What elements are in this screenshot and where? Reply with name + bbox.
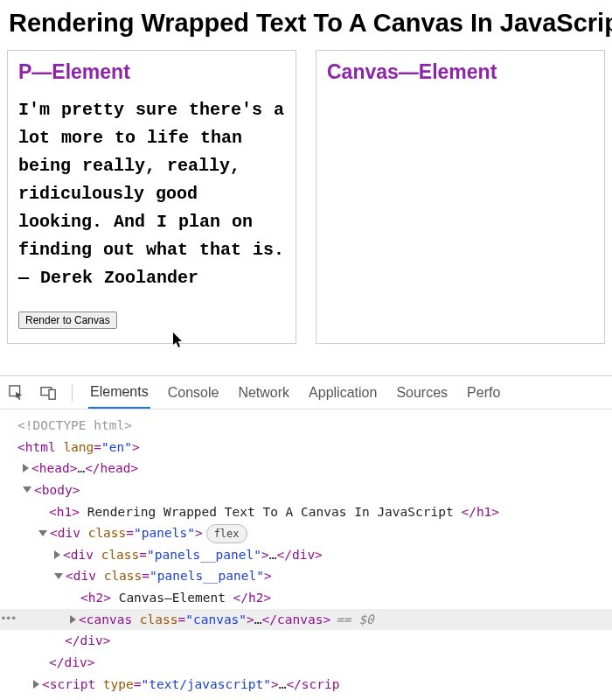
inspect-icon[interactable]	[9, 385, 24, 401]
expand-icon[interactable]	[23, 464, 29, 472]
tab-elements[interactable]: Elements	[88, 377, 150, 409]
dom-head[interactable]: <head>…</head>	[0, 458, 612, 480]
dom-script[interactable]: <script type="text/javascript">…</scrip	[0, 674, 612, 696]
tab-performance[interactable]: Perfo	[465, 378, 502, 408]
expand-icon[interactable]	[70, 615, 76, 624]
dom-panels-div[interactable]: <div class="panels">flex	[0, 522, 612, 544]
dom-panel-2-open[interactable]: <div class="panels__panel">	[0, 565, 612, 587]
collapse-icon[interactable]	[23, 486, 31, 493]
render-to-canvas-button[interactable]: Render to Canvas	[18, 312, 117, 329]
page-title: Rendering Wrapped Text To A Canvas In Ja…	[9, 9, 612, 38]
dom-tree[interactable]: <!DOCTYPE html> <html lang="en"> <head>……	[0, 410, 612, 695]
toolbar-separator	[72, 384, 73, 402]
tab-console[interactable]: Console	[166, 378, 221, 408]
expand-icon[interactable]	[54, 550, 60, 559]
dom-panels-close[interactable]: </div>	[0, 652, 612, 674]
devtools-toolbar: Elements Console Network Application Sou…	[0, 376, 612, 410]
collapse-icon[interactable]	[54, 573, 63, 579]
flex-badge[interactable]: flex	[206, 524, 247, 543]
dom-panel-2-close[interactable]: </div>	[0, 630, 612, 652]
devtools-panel: Elements Console Network Application Sou…	[0, 375, 612, 695]
quote-text: I'm pretty sure there's a lot more to li…	[18, 96, 285, 292]
dom-canvas-selected[interactable]: •••<canvas class="canvas">…</canvas>== $…	[0, 609, 612, 631]
tab-network[interactable]: Network	[236, 378, 291, 408]
expand-icon[interactable]	[33, 680, 39, 689]
dom-html-open[interactable]: <html lang="en">	[0, 437, 612, 458]
canvas-element-heading: Canvas—Element	[327, 60, 594, 84]
dom-h1[interactable]: <h1> Rendering Wrapped Text To A Canvas …	[0, 501, 612, 523]
panels-container: P—Element I'm pretty sure there's a lot …	[7, 50, 605, 344]
device-toggle-icon[interactable]	[40, 385, 56, 401]
tab-sources[interactable]: Sources	[394, 378, 449, 408]
collapse-icon[interactable]	[38, 530, 47, 536]
dom-h2[interactable]: <h2> Canvas—Element </h2>	[0, 587, 612, 609]
svg-rect-2	[49, 389, 55, 399]
canvas-element-panel: Canvas—Element	[316, 50, 605, 344]
p-element-heading: P—Element	[18, 60, 285, 84]
dom-panel-1[interactable]: <div class="panels__panel">…</div>	[0, 544, 612, 566]
dom-doctype[interactable]: <!DOCTYPE html>	[0, 415, 612, 437]
p-element-panel: P—Element I'm pretty sure there's a lot …	[7, 50, 296, 344]
tab-application[interactable]: Application	[307, 378, 379, 408]
dom-body-open[interactable]: <body>	[0, 480, 612, 501]
selected-dots-icon: •••	[0, 609, 15, 628]
